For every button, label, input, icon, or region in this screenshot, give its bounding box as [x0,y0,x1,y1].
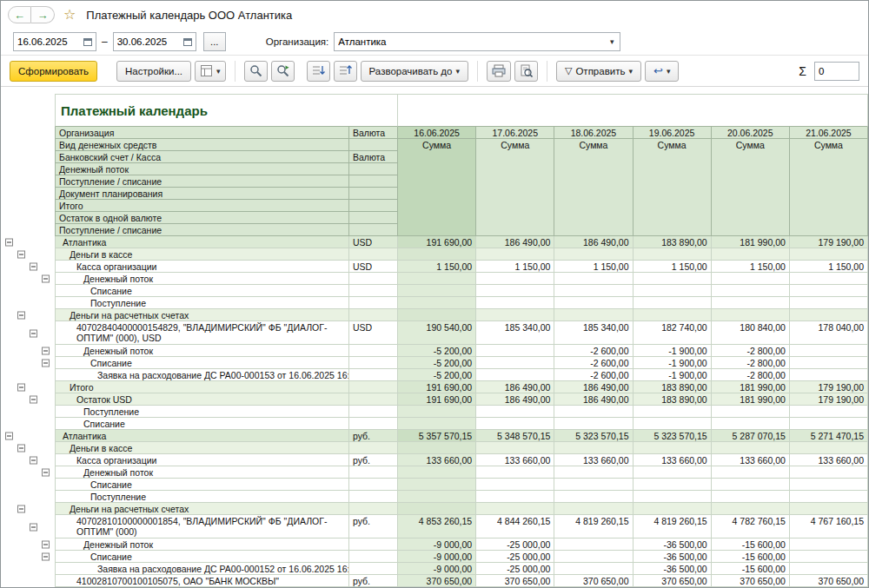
amount-cell: -2 800,00 [712,345,790,357]
back-button[interactable]: ← [8,6,31,23]
report-row[interactable]: Списание-9 000,00-25 000,00-36 500,00-15… [1,551,868,563]
row-currency [349,491,398,503]
amount-cell [712,466,790,479]
favorites-star-icon[interactable]: ☆ [63,8,76,22]
date-range-separator: – [102,36,108,48]
print-preview-button[interactable] [514,61,538,82]
collapse-expander-icon[interactable] [42,347,50,355]
send-label: Отправить [575,66,625,76]
report-row[interactable]: Поступление [1,406,868,418]
collapse-expander-icon[interactable] [42,469,50,477]
report-row[interactable]: Списание [1,479,868,491]
history-dropdown-button[interactable]: ↩ ▾ [645,61,679,82]
date-to-input[interactable] [114,34,180,50]
collapse-expander-icon[interactable] [42,360,50,367]
report-row[interactable]: Заявка на расходование ДС РА00-000153 от… [1,369,868,381]
report-row[interactable]: Остаток USD191 690,00186 490,00186 490,0… [1,393,868,406]
print-button[interactable] [487,61,511,82]
tree-gutter [1,127,55,236]
report-row[interactable]: Списание [1,418,868,430]
report-row[interactable]: Поступление [1,297,868,309]
date-column-header: 21.06.2025Сумма [790,127,868,236]
collapse-expander-icon[interactable] [30,329,37,337]
amount-cell: 4 767 160,15 [790,515,868,538]
report-row[interactable]: 41002810700100105075, ОАО "БАНК МОСКВЫ"р… [1,575,868,587]
amount-cell [554,491,633,503]
row-currency [349,369,398,381]
report-variants-button[interactable]: ▾ [195,61,226,82]
report-row[interactable]: Денежный поток [1,273,868,285]
collapse-expander-icon[interactable] [42,553,50,561]
row-currency [349,503,398,515]
collapse-expander-icon[interactable] [17,505,25,513]
search-next-button[interactable] [271,61,295,82]
organization-input[interactable] [335,34,604,50]
report-row[interactable]: Списание-5 200,00-2 600,00-1 900,00-2 80… [1,357,868,369]
header-row-label: Поступление / списание [55,175,349,188]
collapse-expander-icon[interactable] [5,239,13,247]
collapse-groups-icon [339,64,352,77]
row-label: 41002810700100105075, ОАО "БАНК МОСКВЫ" [55,575,349,587]
collapse-expander-icon[interactable] [17,445,25,453]
amount-cell [554,538,633,551]
report-row[interactable]: Денежный поток [1,466,868,479]
amount-cell [554,248,633,261]
report-row[interactable]: Касса организациируб.133 660,00133 660,0… [1,454,868,466]
amount-cell [790,551,868,563]
amount-cell: -2 600,00 [554,345,633,357]
period-ellipsis-button[interactable]: ... [203,32,226,51]
report-row[interactable]: Деньги в кассе [1,248,868,261]
expand-groups-button[interactable] [307,61,330,82]
forward-button[interactable]: → [31,6,55,23]
top-navigation-bar: ← → ☆ Платежный календарь ООО Атлантика [1,1,868,29]
row-label: Остаток USD [55,393,349,406]
collapse-expander-icon[interactable] [17,312,25,320]
amount-cell [790,369,868,381]
report-row[interactable]: Поступление [1,491,868,503]
collapse-expander-icon[interactable] [5,433,13,440]
organization-dropdown-button[interactable]: ▾ [604,33,620,50]
row-label: Атлантика [55,236,349,248]
date-from-input[interactable] [14,34,80,50]
collapse-expander-icon[interactable] [30,396,37,404]
collapse-expander-icon[interactable] [42,541,50,549]
generate-button[interactable]: Сформировать [10,61,97,82]
collapse-expander-icon[interactable] [30,457,37,465]
report-row[interactable]: Денежный поток-9 000,00-25 000,00-36 500… [1,538,868,551]
tree-gutter [1,261,55,273]
report-row[interactable]: 40702840400000154829, "ВЛАДИМИРСКИЙ" ФБ … [1,321,868,345]
report-row[interactable]: АтлантикаUSD191 690,00186 490,00186 490,… [1,236,868,248]
amount-cell [790,466,868,479]
row-label: Заявка на расходование ДС РА00-000153 от… [55,369,349,381]
amount-cell: 5 323 570,15 [554,430,633,442]
report-row[interactable]: Деньги на расчетных счетах [1,503,868,515]
collapse-expander-icon[interactable] [17,384,25,392]
amount-cell: 186 490,00 [476,381,554,393]
report-row[interactable]: Заявка на расходование ДС РА00-000152 от… [1,563,868,575]
collapse-expander-icon[interactable] [17,251,25,259]
date-from-calendar-button[interactable] [80,33,96,50]
report-row[interactable]: Атлантикаруб.5 357 570,155 348 570,155 3… [1,430,868,442]
amount-cell: 183 890,00 [634,381,712,393]
report-row[interactable]: Итого191 690,00186 490,00186 490,00183 8… [1,381,868,393]
collapse-expander-icon[interactable] [42,275,50,283]
search-button[interactable] [244,61,268,82]
send-button[interactable]: ▽ Отправить ▾ [556,61,641,82]
collapse-expander-icon[interactable] [30,263,37,271]
date-column-header: 20.06.2025Сумма [712,127,790,236]
report-row[interactable]: 40702810100000001854, "ВЛАДИМИРСКИЙ" ФБ … [1,515,868,538]
report-row[interactable]: Денежный поток-5 200,00-2 600,00-1 900,0… [1,345,868,357]
report-row[interactable]: Деньги в кассе [1,442,868,454]
row-currency [349,442,398,454]
collapse-expander-icon[interactable] [30,523,37,531]
settings-button[interactable]: Настройки... [116,61,191,82]
autosum-field[interactable] [814,62,859,81]
report-row[interactable]: Деньги на расчетных счетах [1,309,868,321]
report-row[interactable]: Касса организацииUSD1 150,001 150,001 15… [1,261,868,273]
amount-cell: 181 990,00 [712,381,790,393]
collapse-groups-button[interactable] [334,61,357,82]
expand-to-button[interactable]: Разворачивать до ▾ [361,61,468,82]
report-row[interactable]: Списание [1,285,868,297]
tree-gutter [1,273,55,285]
date-to-calendar-button[interactable] [180,33,196,50]
